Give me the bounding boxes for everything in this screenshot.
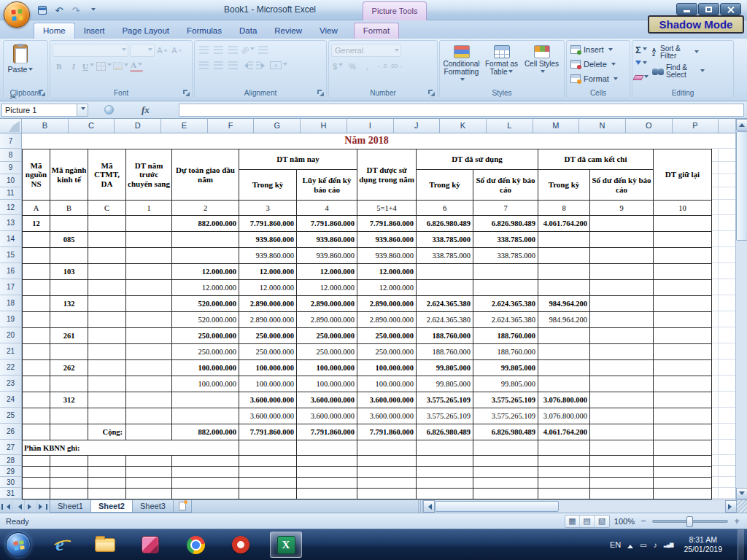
cell[interactable]: 882.000.000 <box>172 424 239 440</box>
cell[interactable] <box>473 456 538 467</box>
sheet-tab-sheet1[interactable]: Sheet1 <box>50 500 91 513</box>
header-cell[interactable]: DT đã cam kết chi <box>538 149 654 170</box>
cell[interactable] <box>23 408 50 424</box>
cell-styles-button[interactable]: Cell Styles <box>522 43 562 88</box>
scroll-right-button[interactable] <box>725 500 737 513</box>
cell[interactable]: 939.860.000 <box>239 248 297 264</box>
cell[interactable]: 7.791.860.000 <box>297 216 357 232</box>
previous-sheet-button[interactable] <box>12 500 25 513</box>
cell[interactable]: 2.890.000.000 <box>297 312 357 328</box>
cell[interactable]: 3.575.265.109 <box>473 392 538 408</box>
cell[interactable] <box>590 456 654 467</box>
cell[interactable] <box>297 467 357 478</box>
cell[interactable] <box>126 248 172 264</box>
start-button[interactable] <box>6 532 31 557</box>
cell[interactable]: 6.826.980.489 <box>473 216 538 232</box>
find-select-button[interactable]: Find & Select <box>651 63 706 80</box>
cell[interactable] <box>239 440 297 456</box>
maximize-button[interactable] <box>698 3 719 15</box>
last-sheet-button[interactable] <box>37 500 50 513</box>
cell[interactable] <box>126 312 172 328</box>
header-cell[interactable]: Mã CTMT, DA <box>88 149 126 201</box>
cell[interactable]: 188.760.000 <box>473 328 538 344</box>
cell[interactable] <box>23 248 50 264</box>
name-box-dropdown[interactable] <box>77 104 88 117</box>
cell[interactable]: 188.760.000 <box>417 328 473 344</box>
row-header-11[interactable]: 11 <box>0 187 21 201</box>
cell[interactable] <box>590 280 654 296</box>
cell[interactable]: 6.826.980.489 <box>473 424 538 440</box>
cell[interactable] <box>590 467 654 478</box>
cell[interactable] <box>88 489 126 499</box>
cell[interactable] <box>417 489 473 499</box>
cell[interactable] <box>126 344 172 360</box>
cell[interactable] <box>590 312 654 328</box>
fill-button[interactable] <box>634 58 649 70</box>
cell[interactable]: 12.000.000 <box>357 264 417 280</box>
column-header-D[interactable]: D <box>115 119 161 133</box>
comma-button[interactable]: , <box>360 60 374 72</box>
cell[interactable] <box>590 408 654 424</box>
cell[interactable]: 100.000.000 <box>239 360 297 376</box>
align-center-button[interactable] <box>212 59 225 71</box>
cell[interactable] <box>357 478 417 489</box>
tray-language[interactable]: EN <box>610 540 621 549</box>
cell[interactable]: 12 <box>23 216 50 232</box>
code-cell[interactable]: 3 <box>239 201 297 216</box>
save-button[interactable] <box>35 4 50 18</box>
row-header-7[interactable]: 7 <box>0 133 21 149</box>
row-header-14[interactable]: 14 <box>0 231 21 247</box>
cell[interactable]: 338.785.000 <box>473 232 538 248</box>
cell[interactable] <box>126 280 172 296</box>
cell[interactable] <box>50 478 88 489</box>
cell[interactable] <box>590 360 654 376</box>
cell[interactable] <box>590 216 654 232</box>
cell[interactable] <box>590 248 654 264</box>
decrease-indent-button[interactable] <box>241 59 254 71</box>
row-header-28[interactable]: 28 <box>0 455 21 466</box>
header-cell[interactable]: Trong kỳ <box>417 170 473 201</box>
cell[interactable] <box>654 392 712 408</box>
header-cell[interactable]: Mã ngành kinh tế <box>50 149 88 201</box>
increase-indent-button[interactable] <box>255 59 268 71</box>
cell[interactable] <box>417 467 473 478</box>
shrink-font-button[interactable]: A <box>171 44 184 57</box>
cell[interactable] <box>88 456 126 467</box>
align-right-button[interactable] <box>226 59 239 71</box>
cell[interactable]: 7.791.860.000 <box>297 424 357 440</box>
zoom-in-button[interactable]: + <box>732 516 741 526</box>
code-cell[interactable]: C <box>88 201 126 216</box>
cell[interactable] <box>88 232 126 248</box>
cell[interactable] <box>357 467 417 478</box>
format-as-table-button[interactable]: Format as Table <box>481 43 522 88</box>
cell[interactable] <box>417 478 473 489</box>
header-cell[interactable]: Số dư đến kỳ báo cáo <box>473 170 538 201</box>
row-header-20[interactable]: 20 <box>0 327 21 343</box>
cell[interactable] <box>23 344 50 360</box>
cell[interactable] <box>654 489 712 499</box>
sheet-tab-sheet3[interactable]: Sheet3 <box>132 500 174 513</box>
cell[interactable] <box>654 216 712 232</box>
cell[interactable]: 188.760.000 <box>417 344 473 360</box>
header-cell[interactable]: DT giữ lại <box>654 149 712 201</box>
cell[interactable] <box>417 440 473 456</box>
font-color-button[interactable]: A <box>130 60 143 72</box>
taskbar-app-pink[interactable] <box>134 532 166 558</box>
cell[interactable] <box>88 392 126 408</box>
cell[interactable] <box>654 264 712 280</box>
cell[interactable]: 12.000.000 <box>239 280 297 296</box>
decrease-decimal-button[interactable]: .00→ <box>390 60 403 72</box>
number-format-dropdown[interactable]: General <box>331 44 401 57</box>
row-header-22[interactable]: 22 <box>0 359 21 376</box>
cell[interactable] <box>417 264 473 280</box>
row-header-27[interactable]: 27 <box>0 440 21 455</box>
cell[interactable] <box>538 440 590 456</box>
cell[interactable] <box>538 280 590 296</box>
cell[interactable]: 3.575.265.109 <box>417 408 473 424</box>
clear-button[interactable] <box>634 71 649 84</box>
header-cell[interactable]: Trong kỳ <box>538 170 590 201</box>
cell[interactable] <box>654 312 712 328</box>
vertical-scroll-thumb[interactable] <box>736 131 747 241</box>
cell[interactable] <box>654 232 712 248</box>
cell[interactable]: 100.000.000 <box>172 360 239 376</box>
